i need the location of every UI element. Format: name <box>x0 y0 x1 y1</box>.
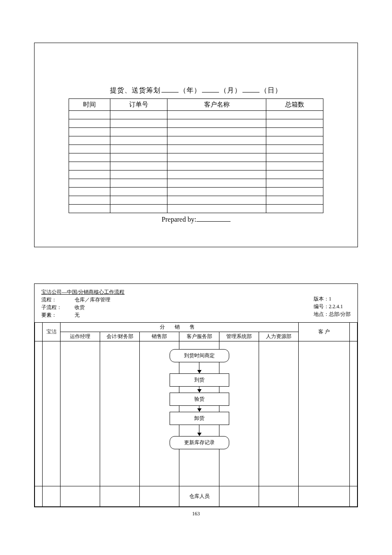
location-label: 地点： <box>314 311 329 317</box>
table-cell <box>167 205 266 213</box>
swim-body-narrow-left <box>35 341 43 486</box>
table-row <box>69 145 323 153</box>
table-cell <box>266 136 323 145</box>
swim-body-narrow-right <box>350 341 357 486</box>
table-row <box>69 153 323 162</box>
process-label: 流程： <box>41 297 57 303</box>
workflow-header: 宝洁公司—中国/分销商核心工作流程 流程： 仓库／库存管理 子流程： 收货 要素… <box>35 288 357 322</box>
swim-body-cs: 到货时间商定 到货 验货 卸货 更新库存记录 <box>179 341 219 486</box>
table-cell <box>69 119 110 128</box>
table-cell <box>167 119 266 128</box>
table-cell <box>110 128 167 136</box>
col-time: 时间 <box>69 99 110 111</box>
flow-step-1: 到货时间商定 <box>170 349 229 362</box>
swim-baojie: 宝洁 <box>43 323 61 341</box>
table-cell <box>69 205 110 213</box>
number-value: 2.2.4.1 <box>329 304 343 309</box>
table-cell <box>266 119 323 128</box>
swim-foot-customer <box>299 486 350 507</box>
prepared-label: Prepared by: <box>161 216 196 223</box>
swim-foot-narrow-left <box>35 486 43 507</box>
flow-step-4: 卸货 <box>170 412 229 425</box>
table-cell <box>69 188 110 196</box>
month-label: （月） <box>220 87 242 94</box>
table-cell <box>167 111 266 119</box>
col-order: 订单号 <box>110 99 167 111</box>
swim-narrow-left <box>35 323 43 341</box>
prepared-blank <box>196 215 231 222</box>
table-cell <box>69 145 110 153</box>
swim-narrow-right <box>350 323 357 341</box>
swim-header-row1: 宝洁 分 销 售 客 户 <box>35 323 357 332</box>
prepared-by: Prepared by: <box>69 215 323 223</box>
swim-sales: 销售部 <box>140 332 179 341</box>
swim-distributor: 分 销 售 <box>61 323 299 332</box>
subprocess-label: 子流程： <box>41 304 62 310</box>
swim-foot-sales <box>140 486 179 507</box>
table-cell <box>69 111 110 119</box>
table-cell <box>69 196 110 205</box>
table-row <box>69 205 323 213</box>
table-cell <box>266 196 323 205</box>
blank-month <box>202 86 219 92</box>
table-cell <box>69 179 110 188</box>
year-label: （年） <box>179 87 201 94</box>
arrow-4 <box>197 425 202 436</box>
table-cell <box>167 171 266 179</box>
table-cell <box>266 145 323 153</box>
table-cell <box>266 153 323 162</box>
table-cell <box>167 196 266 205</box>
blank-year <box>161 86 179 92</box>
process-value: 仓库／库存管理 <box>75 297 110 303</box>
swim-cs: 客户服务部 <box>179 332 219 341</box>
swim-hr: 人力资源部 <box>259 332 298 341</box>
swim-foot-ops <box>61 486 100 507</box>
table-row <box>69 128 323 136</box>
table-row <box>69 111 323 119</box>
plan-header-row: 时间 订单号 客户名称 总箱数 <box>69 99 323 111</box>
table-row <box>69 171 323 179</box>
plan-table: 时间 订单号 客户名称 总箱数 <box>69 98 323 213</box>
table-row <box>69 136 323 145</box>
table-cell <box>110 162 167 171</box>
table-row <box>69 119 323 128</box>
swim-foot-row: 仓库人员 <box>35 486 357 507</box>
arrow-1 <box>197 362 202 373</box>
table-cell <box>110 111 167 119</box>
table-cell <box>110 196 167 205</box>
table-cell <box>110 153 167 162</box>
table-cell <box>266 179 323 188</box>
table-cell <box>110 205 167 213</box>
table-cell <box>110 179 167 188</box>
swim-foot-narrow-right <box>350 486 357 507</box>
table-cell <box>266 162 323 171</box>
day-label: （日） <box>260 87 282 94</box>
table-cell <box>69 128 110 136</box>
swim-body-ops <box>61 341 100 486</box>
table-cell <box>167 188 266 196</box>
table-cell <box>69 162 110 171</box>
swim-foot-mis <box>219 486 259 507</box>
table-cell <box>167 145 266 153</box>
plan-title-prefix: 提货、送货筹划 <box>110 87 161 94</box>
swim-foot-hr <box>259 486 298 507</box>
flow-step-2: 到货 <box>170 373 229 387</box>
swim-ops: 运作经理 <box>61 332 100 341</box>
swim-foot-cs: 仓库人员 <box>179 486 219 507</box>
swim-body-row: 到货时间商定 到货 验货 卸货 更新库存记录 <box>35 341 357 486</box>
swim-acc: 会计/财务部 <box>100 332 140 341</box>
swim-body-baojie <box>43 341 61 486</box>
version-label: 版本： <box>314 296 329 302</box>
table-cell <box>110 119 167 128</box>
swim-body-acc <box>100 341 140 486</box>
table-cell <box>69 171 110 179</box>
subprocess-value: 收货 <box>75 304 85 310</box>
arrow-3 <box>197 406 202 412</box>
workflow-box: 宝洁公司—中国/分销商核心工作流程 流程： 仓库／库存管理 子流程： 收货 要素… <box>34 283 358 507</box>
table-row <box>69 179 323 188</box>
table-cell <box>266 111 323 119</box>
table-cell <box>69 136 110 145</box>
table-cell <box>110 136 167 145</box>
swim-customer: 客 户 <box>299 323 350 341</box>
table-cell <box>110 145 167 153</box>
